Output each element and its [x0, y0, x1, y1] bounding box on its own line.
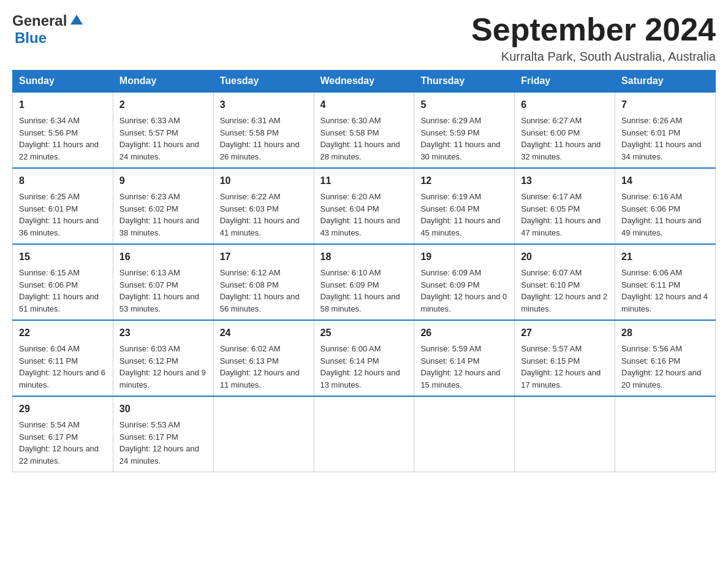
calendar-table: SundayMondayTuesdayWednesdayThursdayFrid…	[12, 70, 716, 472]
calendar-cell	[213, 396, 314, 472]
day-info: Sunrise: 6:31 AMSunset: 5:58 PMDaylight:…	[220, 116, 300, 161]
calendar-cell: 25Sunrise: 6:00 AMSunset: 6:14 PMDayligh…	[314, 320, 414, 396]
calendar-cell	[314, 396, 414, 472]
day-info: Sunrise: 6:07 AMSunset: 6:10 PMDaylight:…	[521, 268, 607, 313]
day-number: 24	[220, 326, 308, 340]
day-number: 30	[119, 402, 207, 416]
day-number: 11	[320, 174, 408, 188]
day-info: Sunrise: 6:22 AMSunset: 6:03 PMDaylight:…	[220, 192, 300, 237]
day-number: 22	[19, 326, 107, 340]
day-number: 20	[521, 250, 609, 264]
calendar-cell: 26Sunrise: 5:59 AMSunset: 6:14 PMDayligh…	[414, 320, 515, 396]
calendar-cell: 3Sunrise: 6:31 AMSunset: 5:58 PMDaylight…	[213, 92, 314, 168]
day-info: Sunrise: 5:57 AMSunset: 6:15 PMDaylight:…	[521, 344, 601, 389]
logo-blue-text: Blue	[15, 29, 47, 46]
calendar-cell: 15Sunrise: 6:15 AMSunset: 6:06 PMDayligh…	[13, 244, 113, 320]
column-header-wednesday: Wednesday	[314, 71, 414, 93]
calendar-cell: 28Sunrise: 5:56 AMSunset: 6:16 PMDayligh…	[615, 320, 716, 396]
day-number: 4	[320, 98, 408, 112]
calendar-cell: 13Sunrise: 6:17 AMSunset: 6:05 PMDayligh…	[515, 168, 615, 244]
calendar-cell: 17Sunrise: 6:12 AMSunset: 6:08 PMDayligh…	[213, 244, 314, 320]
calendar-cell	[615, 396, 716, 472]
calendar-cell: 30Sunrise: 5:53 AMSunset: 6:17 PMDayligh…	[113, 396, 213, 472]
day-number: 23	[119, 326, 207, 340]
day-number: 25	[320, 326, 408, 340]
calendar-cell: 27Sunrise: 5:57 AMSunset: 6:15 PMDayligh…	[515, 320, 615, 396]
calendar-cell: 2Sunrise: 6:33 AMSunset: 5:57 PMDaylight…	[113, 92, 213, 168]
day-info: Sunrise: 6:02 AMSunset: 6:13 PMDaylight:…	[220, 344, 300, 389]
day-info: Sunrise: 6:20 AMSunset: 6:04 PMDaylight:…	[320, 192, 400, 237]
day-number: 13	[521, 174, 609, 188]
calendar-cell: 21Sunrise: 6:06 AMSunset: 6:11 PMDayligh…	[615, 244, 716, 320]
calendar-cell	[515, 396, 615, 472]
day-number: 1	[19, 98, 107, 112]
day-number: 27	[521, 326, 609, 340]
logo-triangle-icon	[68, 11, 85, 28]
calendar-cell: 24Sunrise: 6:02 AMSunset: 6:13 PMDayligh…	[213, 320, 314, 396]
column-header-friday: Friday	[515, 71, 615, 93]
calendar-header-row: SundayMondayTuesdayWednesdayThursdayFrid…	[13, 71, 716, 93]
month-title: September 2024	[471, 12, 716, 47]
calendar-cell: 7Sunrise: 6:26 AMSunset: 6:01 PMDaylight…	[615, 92, 716, 168]
title-area: September 2024 Kurralta Park, South Aust…	[471, 12, 716, 64]
day-number: 19	[420, 250, 508, 264]
day-info: Sunrise: 5:56 AMSunset: 6:16 PMDaylight:…	[621, 344, 701, 389]
day-info: Sunrise: 6:26 AMSunset: 6:01 PMDaylight:…	[621, 116, 701, 161]
day-info: Sunrise: 6:03 AMSunset: 6:12 PMDaylight:…	[119, 344, 206, 389]
day-info: Sunrise: 6:16 AMSunset: 6:06 PMDaylight:…	[621, 192, 701, 237]
day-info: Sunrise: 6:17 AMSunset: 6:05 PMDaylight:…	[521, 192, 601, 237]
calendar-cell: 8Sunrise: 6:25 AMSunset: 6:01 PMDaylight…	[13, 168, 113, 244]
calendar-cell: 14Sunrise: 6:16 AMSunset: 6:06 PMDayligh…	[615, 168, 716, 244]
day-info: Sunrise: 5:53 AMSunset: 6:17 PMDaylight:…	[119, 420, 199, 465]
calendar-cell: 23Sunrise: 6:03 AMSunset: 6:12 PMDayligh…	[113, 320, 213, 396]
calendar-week-row: 8Sunrise: 6:25 AMSunset: 6:01 PMDaylight…	[13, 168, 716, 244]
calendar-cell	[414, 396, 515, 472]
calendar-cell: 5Sunrise: 6:29 AMSunset: 5:59 PMDaylight…	[414, 92, 515, 168]
calendar-cell: 29Sunrise: 5:54 AMSunset: 6:17 PMDayligh…	[13, 396, 113, 472]
day-info: Sunrise: 6:10 AMSunset: 6:09 PMDaylight:…	[320, 268, 400, 313]
day-info: Sunrise: 6:19 AMSunset: 6:04 PMDaylight:…	[420, 192, 500, 237]
day-number: 12	[420, 174, 508, 188]
calendar-week-row: 22Sunrise: 6:04 AMSunset: 6:11 PMDayligh…	[13, 320, 716, 396]
day-number: 5	[420, 98, 508, 112]
day-info: Sunrise: 6:06 AMSunset: 6:11 PMDaylight:…	[621, 268, 708, 313]
day-number: 10	[220, 174, 308, 188]
column-header-monday: Monday	[113, 71, 213, 93]
day-number: 2	[119, 98, 207, 112]
day-number: 8	[19, 174, 107, 188]
calendar-cell: 19Sunrise: 6:09 AMSunset: 6:09 PMDayligh…	[414, 244, 515, 320]
day-number: 21	[621, 250, 709, 264]
calendar-cell: 18Sunrise: 6:10 AMSunset: 6:09 PMDayligh…	[314, 244, 414, 320]
day-number: 17	[220, 250, 308, 264]
day-info: Sunrise: 6:29 AMSunset: 5:59 PMDaylight:…	[420, 116, 500, 161]
day-number: 26	[420, 326, 508, 340]
calendar-cell: 16Sunrise: 6:13 AMSunset: 6:07 PMDayligh…	[113, 244, 213, 320]
calendar-cell: 20Sunrise: 6:07 AMSunset: 6:10 PMDayligh…	[515, 244, 615, 320]
day-info: Sunrise: 6:13 AMSunset: 6:07 PMDaylight:…	[119, 268, 199, 313]
day-info: Sunrise: 6:30 AMSunset: 5:58 PMDaylight:…	[320, 116, 400, 161]
calendar-cell: 11Sunrise: 6:20 AMSunset: 6:04 PMDayligh…	[314, 168, 414, 244]
day-info: Sunrise: 6:15 AMSunset: 6:06 PMDaylight:…	[19, 268, 99, 313]
day-info: Sunrise: 6:25 AMSunset: 6:01 PMDaylight:…	[19, 192, 99, 237]
day-number: 29	[19, 402, 107, 416]
calendar-week-row: 1Sunrise: 6:34 AMSunset: 5:56 PMDaylight…	[13, 92, 716, 168]
day-number: 7	[621, 98, 709, 112]
day-number: 28	[621, 326, 709, 340]
day-number: 16	[119, 250, 207, 264]
location: Kurralta Park, South Australia, Australi…	[471, 50, 716, 64]
day-info: Sunrise: 6:04 AMSunset: 6:11 PMDaylight:…	[19, 344, 105, 389]
calendar-cell: 4Sunrise: 6:30 AMSunset: 5:58 PMDaylight…	[314, 92, 414, 168]
day-number: 6	[521, 98, 609, 112]
column-header-sunday: Sunday	[13, 71, 113, 93]
day-number: 3	[220, 98, 308, 112]
logo-general-text: General	[12, 12, 67, 29]
calendar-week-row: 29Sunrise: 5:54 AMSunset: 6:17 PMDayligh…	[13, 396, 716, 472]
day-info: Sunrise: 6:12 AMSunset: 6:08 PMDaylight:…	[220, 268, 300, 313]
calendar-week-row: 15Sunrise: 6:15 AMSunset: 6:06 PMDayligh…	[13, 244, 716, 320]
day-info: Sunrise: 6:33 AMSunset: 5:57 PMDaylight:…	[119, 116, 199, 161]
day-number: 9	[119, 174, 207, 188]
day-number: 14	[621, 174, 709, 188]
day-info: Sunrise: 6:34 AMSunset: 5:56 PMDaylight:…	[19, 116, 99, 161]
svg-marker-0	[70, 15, 83, 25]
day-number: 15	[19, 250, 107, 264]
